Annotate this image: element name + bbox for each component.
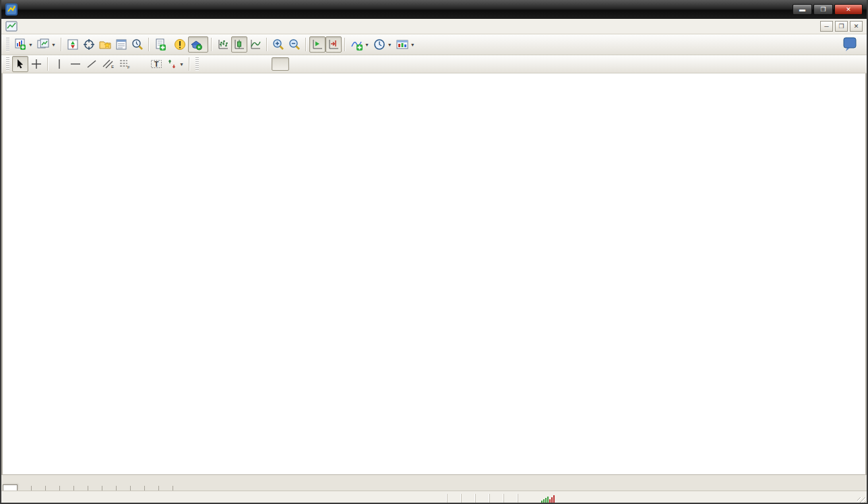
titlebar[interactable]: ▬ ❐ ✕: [1, 0, 867, 19]
navigator-button[interactable]: [97, 36, 113, 53]
drawing-toolbar: E F T ▼: [1, 55, 867, 73]
price-chart[interactable]: [3, 73, 867, 474]
menu-charts[interactable]: [59, 25, 71, 28]
mt4-logo-icon: [5, 3, 18, 15]
text-tool-button[interactable]: [132, 56, 148, 72]
dropdown-arrow-icon: ▼: [179, 62, 184, 67]
chart-document-icon: [5, 21, 18, 32]
market-watch-button[interactable]: [65, 36, 81, 53]
arrows-tool-button[interactable]: ▼: [164, 56, 186, 72]
timeframe-d1-button[interactable]: [307, 57, 324, 71]
chart-tab[interactable]: [60, 486, 74, 491]
chart-tab[interactable]: [18, 486, 32, 491]
toolbar-separator: [61, 38, 62, 51]
menu-file[interactable]: [23, 25, 35, 28]
mdi-minimize-button[interactable]: ─: [820, 21, 833, 32]
chart-tab[interactable]: [131, 486, 145, 491]
new-order-button[interactable]: [152, 36, 172, 53]
text-label-tool-button[interactable]: T: [148, 56, 164, 72]
notifications-badge[interactable]: [842, 37, 858, 52]
chart-shift-button[interactable]: [326, 36, 342, 53]
trendline-tool-button[interactable]: [84, 56, 100, 72]
toolbar-grip[interactable]: [6, 38, 9, 51]
indicators-button[interactable]: ▼: [348, 36, 371, 53]
resize-grip[interactable]: [857, 497, 866, 504]
expert-advisors-button[interactable]: [188, 36, 208, 53]
chart-tab[interactable]: [145, 486, 159, 491]
chart-tab[interactable]: [32, 486, 46, 491]
menu-help[interactable]: [96, 25, 108, 28]
auto-scroll-icon: [311, 38, 323, 51]
mt4-window: ▬ ❐ ✕ ─ ❐ ✕ ▼: [0, 0, 868, 504]
vertical-line-tool-button[interactable]: [51, 56, 67, 72]
line-chart-button[interactable]: [247, 36, 264, 53]
terminal-button[interactable]: [113, 36, 129, 53]
candlestick-icon: [233, 38, 245, 51]
minimize-button[interactable]: ▬: [793, 4, 812, 15]
templates-button[interactable]: ▼: [394, 36, 417, 53]
trendline-icon: [86, 59, 97, 69]
status-close: [503, 494, 518, 504]
crosshair-icon: [31, 59, 42, 69]
crosshair-tool-button[interactable]: [28, 56, 44, 72]
auto-scroll-button[interactable]: [309, 36, 326, 53]
chart-tab[interactable]: [88, 486, 102, 491]
chart-tab[interactable]: [3, 484, 18, 491]
data-window-button[interactable]: [81, 36, 97, 53]
timeframe-m5-button[interactable]: [219, 57, 237, 71]
zoom-in-icon: [272, 38, 284, 51]
menu-tools[interactable]: [71, 25, 84, 28]
maximize-button[interactable]: ❐: [813, 4, 833, 15]
warning-icon: [174, 38, 186, 51]
toolbar-separator: [211, 38, 212, 51]
menu-view[interactable]: [35, 25, 47, 28]
menu-insert[interactable]: [47, 25, 59, 28]
chart-tab[interactable]: [102, 486, 117, 491]
timeframe-h4-button[interactable]: [289, 57, 307, 71]
new-chart-button[interactable]: ▼: [12, 36, 35, 53]
candlestick-chart-button[interactable]: [231, 36, 247, 53]
chat-bubble-icon: [842, 37, 858, 52]
mdi-close-button[interactable]: ✕: [850, 21, 863, 32]
horizontal-line-tool-button[interactable]: [67, 56, 84, 72]
timeframe-h1-button[interactable]: [272, 57, 289, 71]
dropdown-arrow-icon: ▼: [51, 42, 56, 47]
bar-chart-button[interactable]: [215, 36, 231, 53]
cursor-tool-button[interactable]: [12, 56, 28, 72]
alert-button[interactable]: [172, 36, 188, 53]
periods-button[interactable]: ▼: [371, 36, 394, 53]
timeframe-m1-button[interactable]: [202, 57, 219, 71]
fibonacci-tool-button[interactable]: F: [116, 56, 132, 72]
timeframe-m15-button[interactable]: [237, 57, 254, 71]
chart-tab[interactable]: [159, 486, 173, 491]
menu-window[interactable]: [84, 25, 96, 28]
zoom-out-button[interactable]: [286, 36, 303, 53]
close-button[interactable]: ✕: [834, 4, 863, 15]
dropdown-arrow-icon: ▼: [365, 42, 369, 47]
zoom-in-button[interactable]: [270, 36, 286, 53]
menubar: ─ ❐ ✕: [1, 19, 867, 34]
chart-tab[interactable]: [46, 486, 60, 491]
profiles-button[interactable]: ▼: [35, 36, 58, 53]
timeframe-mn-button[interactable]: [342, 57, 359, 71]
status-high: [475, 494, 489, 504]
toolbar-grip[interactable]: [195, 57, 199, 71]
market-watch-icon: [67, 38, 79, 51]
chart-tab[interactable]: [117, 486, 131, 491]
timeframe-w1-button[interactable]: [324, 57, 342, 71]
chart-tab[interactable]: [74, 486, 88, 491]
standard-toolbar: ▼ ▼: [1, 34, 867, 55]
mdi-restore-button[interactable]: ❐: [835, 21, 848, 32]
toolbar-separator: [189, 57, 190, 71]
timeframe-m30-button[interactable]: [254, 57, 272, 71]
toolbar-grip[interactable]: [6, 57, 9, 71]
vertical-line-icon: [54, 59, 65, 69]
channel-tool-button[interactable]: E: [100, 56, 116, 72]
toolbar-separator: [305, 38, 307, 51]
strategy-tester-button[interactable]: [129, 36, 146, 53]
status-time: [447, 494, 461, 504]
profiles-icon: [37, 38, 49, 51]
line-chart-icon: [249, 38, 261, 51]
svg-text:F: F: [127, 65, 130, 69]
arrow-objects-icon: [166, 59, 177, 69]
